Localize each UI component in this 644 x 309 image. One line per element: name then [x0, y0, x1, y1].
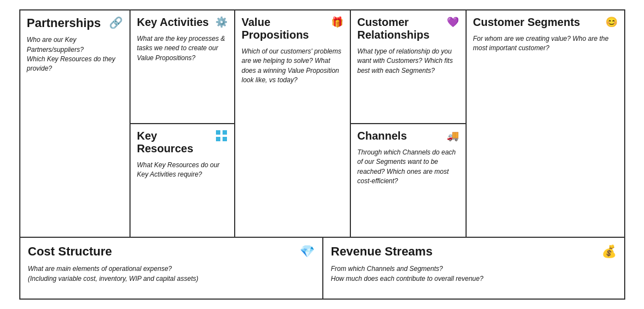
value-propositions-title: Value Propositions [242, 16, 328, 41]
svg-rect-3 [223, 137, 227, 141]
revenue-streams-body: From which Channels and Segments? How mu… [331, 264, 616, 284]
key-activities-icon: ⚙️ [215, 16, 228, 28]
key-activities-title: Key Activities [137, 16, 209, 29]
key-resources-cell: Key Resources What Key Resources do our … [131, 124, 234, 237]
channels-icon: 🚚 [447, 130, 459, 142]
cost-structure-cell: Cost Structure 💎 What are main elements … [20, 238, 323, 299]
customer-relationships-cell: Customer Relationships 💜 What type of re… [351, 10, 466, 124]
customer-segments-title: Customer Segments [473, 16, 581, 29]
cost-structure-title: Cost Structure [28, 244, 112, 259]
partnerships-title: Partnerships [27, 16, 101, 30]
partnerships-cell: Partnerships 🔗 Who are our Key Partners/… [20, 10, 131, 237]
top-section: Partnerships 🔗 Who are our Key Partners/… [20, 10, 624, 238]
customer-segments-icon: 😊 [605, 16, 618, 28]
customer-segments-body: For whom are we creating value? Who are … [473, 34, 618, 54]
value-propositions-cell: Value Propositions 🎁 Which of our custom… [235, 10, 351, 237]
value-propositions-icon: 🎁 [331, 16, 343, 28]
key-resources-icon [215, 130, 228, 145]
bottom-section: Cost Structure 💎 What are main elements … [20, 238, 624, 299]
key-activities-body: What are the key processes & tasks we ne… [137, 34, 228, 63]
revenue-streams-title: Revenue Streams [331, 244, 433, 259]
cost-structure-icon: 💎 [300, 244, 315, 259]
svg-rect-2 [216, 137, 220, 141]
business-model-canvas: Partnerships 🔗 Who are our Key Partners/… [19, 9, 625, 300]
customer-relationships-title: Customer Relationships [358, 16, 443, 41]
customer-segments-cell: Customer Segments 😊 For whom are we crea… [467, 10, 624, 237]
revenue-streams-cell: Revenue Streams 💰 From which Channels an… [323, 238, 624, 299]
key-activities-cell: Key Activities ⚙️ What are the key proce… [131, 10, 234, 124]
key-activities-column: Key Activities ⚙️ What are the key proce… [131, 10, 235, 237]
value-propositions-body: Which of our customers' problems are we … [242, 47, 343, 86]
cost-structure-body: What are main elements of operational ex… [28, 264, 315, 284]
svg-rect-1 [223, 130, 227, 135]
customer-rel-column: Customer Relationships 💜 What type of re… [351, 10, 467, 237]
customer-relationships-body: What type of relationship do you want wi… [358, 47, 459, 76]
channels-body: Through which Channels do each of our Se… [358, 148, 459, 187]
key-resources-title: Key Resources [137, 130, 212, 155]
partnerships-body: Who are our Key Partners/suppliers? Whic… [27, 35, 123, 74]
svg-rect-0 [216, 130, 220, 135]
channels-title: Channels [358, 130, 407, 142]
channels-cell: Channels 🚚 Through which Channels do eac… [351, 124, 466, 237]
partnerships-icon: 🔗 [109, 16, 123, 29]
key-resources-body: What Key Resources do our Key Activities… [137, 161, 228, 180]
revenue-streams-icon: 💰 [602, 244, 616, 259]
customer-relationships-icon: 💜 [447, 16, 459, 28]
